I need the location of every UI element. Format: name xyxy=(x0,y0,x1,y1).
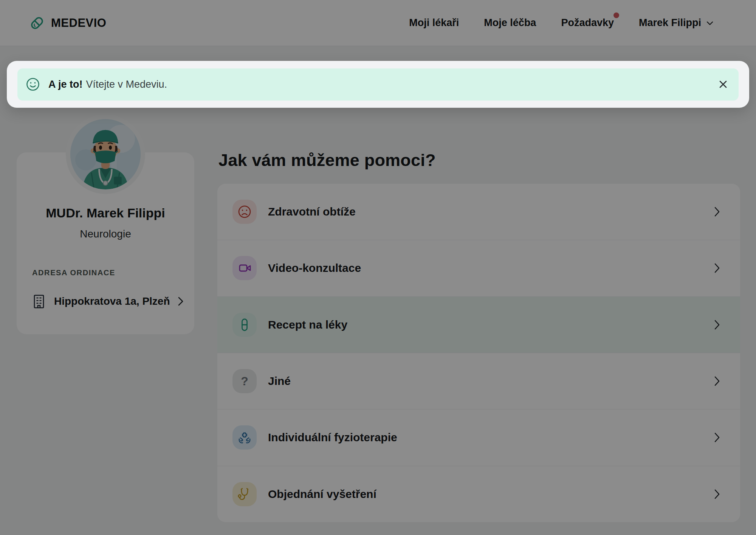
toast-rest-text: Vítejte v Medeviu. xyxy=(86,79,167,90)
toast-container: A je to! Vítejte v Medeviu. xyxy=(7,61,749,108)
welcome-toast: A je to! Vítejte v Medeviu. xyxy=(17,68,739,101)
smiley-face-icon xyxy=(26,77,40,91)
toast-message: A je to! Vítejte v Medeviu. xyxy=(48,79,167,90)
close-icon[interactable] xyxy=(717,78,730,91)
toast-bold-text: A je to! xyxy=(48,79,83,90)
